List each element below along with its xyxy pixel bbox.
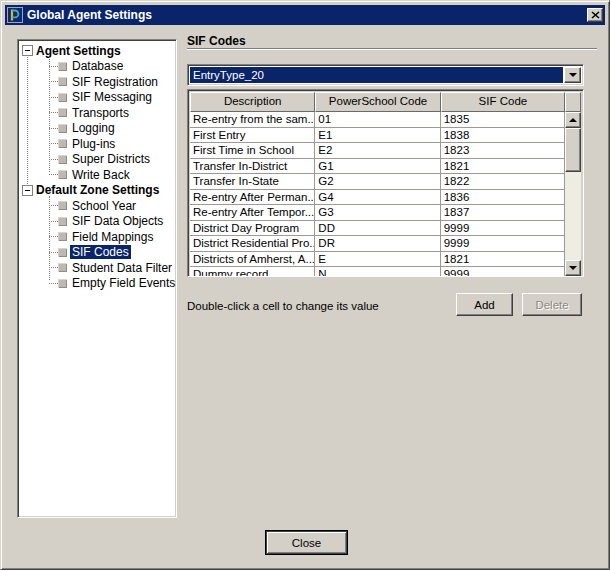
table-cell[interactable]: Dummy record	[190, 267, 315, 276]
tree-item-label: Database	[70, 59, 125, 73]
close-icon[interactable]	[587, 8, 603, 22]
table-cell[interactable]: 9999	[441, 236, 565, 252]
table-row[interactable]: Re-entry After Tempor...G31837	[190, 205, 565, 221]
table-cell[interactable]: Re-entry from the sam...	[190, 112, 315, 128]
table-cell[interactable]: 1837	[441, 205, 565, 221]
column-header-powerschool-code[interactable]: PowerSchool Code	[315, 92, 440, 112]
dropdown-selected-value: EntryType_20	[190, 67, 563, 83]
column-header-description[interactable]: Description	[190, 92, 315, 112]
global-agent-settings-dialog: Global Agent Settings Agent SettingsData…	[0, 0, 610, 570]
tree-item-plug-ins[interactable]: Plug-ins	[18, 136, 176, 152]
table-cell[interactable]: 1822	[441, 174, 565, 190]
table-cell[interactable]: Districts of Amherst, A...	[190, 252, 315, 268]
tree-item-student-data-filter[interactable]: Student Data Filter	[18, 260, 176, 276]
code-set-dropdown[interactable]: EntryType_20	[187, 64, 584, 86]
table-row[interactable]: Dummy recordN9999	[190, 267, 565, 276]
tree-bullet-icon	[58, 170, 67, 179]
tree-item-label: Super Districts	[70, 152, 152, 166]
table-cell[interactable]: 9999	[441, 221, 565, 237]
table-cell[interactable]: 1821	[441, 159, 565, 175]
table-row[interactable]: Re-entry After Perman...G41836	[190, 190, 565, 206]
table-cell[interactable]: G2	[315, 174, 440, 190]
add-button[interactable]: Add	[456, 293, 513, 316]
delete-button: Delete	[522, 293, 582, 316]
table-row[interactable]: Transfer In-StateG21822	[190, 174, 565, 190]
tree-item-label: SIF Data Objects	[70, 214, 165, 228]
tree-item-sif-messaging[interactable]: SIF Messaging	[18, 90, 176, 106]
tree-connector	[49, 66, 58, 67]
table-cell[interactable]: 9999	[441, 267, 565, 276]
table-row[interactable]: District Day ProgramDD9999	[190, 221, 565, 237]
table-cell[interactable]: DR	[315, 236, 440, 252]
table-cell[interactable]: G4	[315, 190, 440, 206]
tree-connector	[49, 283, 58, 284]
tree-item-sif-codes[interactable]: SIF Codes	[18, 245, 176, 261]
tree-connector	[49, 252, 58, 253]
table-cell[interactable]: First Time in School	[190, 143, 315, 159]
table-cell[interactable]: First Entry	[190, 128, 315, 144]
collapse-expander-icon[interactable]	[22, 185, 33, 196]
tree-connector	[49, 81, 58, 82]
tree-section-label: Default Zone Settings	[36, 183, 159, 197]
tree-item-write-back[interactable]: Write Back	[18, 167, 176, 183]
tree-item-label: Field Mappings	[70, 230, 155, 244]
scrollbar-thumb[interactable]	[565, 128, 581, 172]
collapse-expander-icon[interactable]	[22, 45, 33, 56]
tree-bullet-icon	[58, 248, 67, 257]
tree-item-school-year[interactable]: School Year	[18, 198, 176, 214]
table-cell[interactable]: Transfer In-District	[190, 159, 315, 175]
scroll-up-icon[interactable]	[565, 112, 581, 128]
tree-item-super-districts[interactable]: Super Districts	[18, 152, 176, 168]
tree-bullet-icon	[58, 232, 67, 241]
table-cell[interactable]: 01	[315, 112, 440, 128]
table-cell[interactable]: Re-entry After Tempor...	[190, 205, 315, 221]
tree-connector	[49, 112, 58, 113]
table-cell[interactable]: 1821	[441, 252, 565, 268]
close-button[interactable]: Close	[266, 531, 347, 554]
table-cell[interactable]: 1838	[441, 128, 565, 144]
tree-section-default-zone-settings[interactable]: Default Zone Settings	[18, 183, 176, 199]
table-row[interactable]: First Time in SchoolE21823	[190, 143, 565, 159]
table-cell[interactable]: 1836	[441, 190, 565, 206]
tree-item-sif-data-objects[interactable]: SIF Data Objects	[18, 214, 176, 230]
header-corner	[565, 92, 581, 112]
tree-item-logging[interactable]: Logging	[18, 121, 176, 137]
table-cell[interactable]: E2	[315, 143, 440, 159]
titlebar[interactable]: Global Agent Settings	[5, 5, 605, 25]
table-cell[interactable]: E	[315, 252, 440, 268]
table-cell[interactable]: District Day Program	[190, 221, 315, 237]
tree-connector	[49, 205, 58, 206]
table-cell[interactable]: G1	[315, 159, 440, 175]
tree-connector	[49, 143, 58, 144]
tree-bullet-icon	[58, 217, 67, 226]
table-cell[interactable]: N	[315, 267, 440, 276]
table-cell[interactable]: 1835	[441, 112, 565, 128]
window-title: Global Agent Settings	[27, 8, 583, 22]
table-cell[interactable]: District Residential Pro...	[190, 236, 315, 252]
table-cell[interactable]: E1	[315, 128, 440, 144]
powerschool-logo-icon	[7, 7, 23, 23]
tree-bullet-icon	[58, 279, 67, 288]
column-header-sif-code[interactable]: SIF Code	[441, 92, 565, 112]
tree-item-field-mappings[interactable]: Field Mappings	[18, 229, 176, 245]
table-row[interactable]: Transfer In-DistrictG11821	[190, 159, 565, 175]
tree-item-transports[interactable]: Transports	[18, 105, 176, 121]
tree-section-agent-settings[interactable]: Agent Settings	[18, 43, 176, 59]
tree-item-sif-registration[interactable]: SIF Registration	[18, 74, 176, 90]
tree-item-label: SIF Messaging	[70, 90, 154, 104]
tree-bullet-icon	[58, 263, 67, 272]
table-cell[interactable]: DD	[315, 221, 440, 237]
table-cell[interactable]: G3	[315, 205, 440, 221]
scroll-down-icon[interactable]	[565, 260, 581, 276]
tree-item-empty-field-events[interactable]: Empty Field Events	[18, 276, 176, 292]
table-row[interactable]: District Residential Pro...DR9999	[190, 236, 565, 252]
table-cell[interactable]: Re-entry After Perman...	[190, 190, 315, 206]
table-row[interactable]: First EntryE11838	[190, 128, 565, 144]
chevron-down-icon[interactable]	[564, 67, 581, 83]
table-cell[interactable]: Transfer In-State	[190, 174, 315, 190]
table-cell[interactable]: 1823	[441, 143, 565, 159]
table-row[interactable]: Districts of Amherst, A...E1821	[190, 252, 565, 268]
vertical-scrollbar[interactable]	[565, 112, 581, 276]
tree-item-database[interactable]: Database	[18, 59, 176, 75]
table-row[interactable]: Re-entry from the sam...011835	[190, 112, 565, 128]
